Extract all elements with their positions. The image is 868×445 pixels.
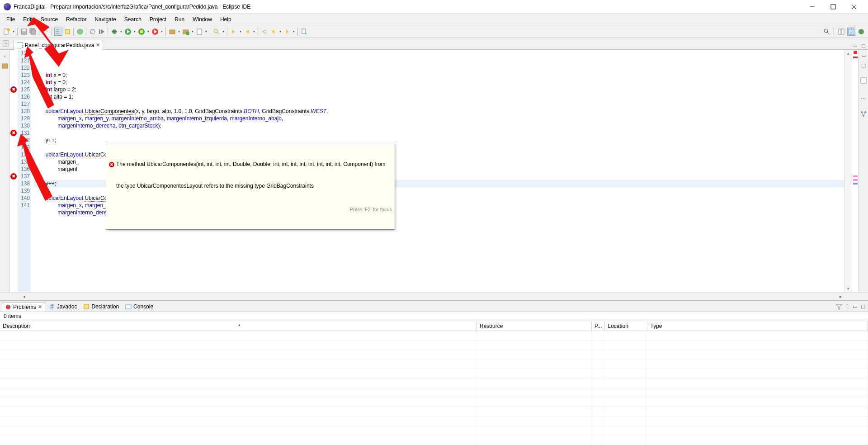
source-dropdown[interactable]: ▾ <box>204 28 208 36</box>
menu-project[interactable]: Project <box>146 14 170 24</box>
tab-console[interactable]: Console <box>123 302 156 311</box>
prev-annotation-button[interactable] <box>243 28 251 36</box>
debug-button[interactable] <box>110 28 118 36</box>
save-button[interactable] <box>20 28 28 36</box>
column-path[interactable]: P... <box>592 321 605 331</box>
code-line[interactable]: ubicarEnLayout.UbicarComponentes(x, y, l… <box>33 108 852 115</box>
save-all-button[interactable] <box>29 28 37 36</box>
code-line[interactable]: y++; <box>33 137 852 144</box>
view-menu-button[interactable]: ⋮ <box>844 303 850 310</box>
table-row[interactable] <box>0 369 868 379</box>
menu-window[interactable]: Window <box>189 14 216 24</box>
table-row[interactable] <box>0 398 868 407</box>
search-dropdown[interactable]: ▾ <box>222 28 225 36</box>
quick-access-button[interactable] <box>823 28 831 36</box>
code-line[interactable] <box>33 100 852 108</box>
outline-view-icon[interactable] <box>860 77 867 84</box>
debug-perspective-button[interactable] <box>857 28 865 36</box>
class-dropdown[interactable]: ▾ <box>191 28 194 36</box>
scroll-up-button[interactable]: ▴ <box>845 50 852 57</box>
run-button[interactable] <box>124 28 132 36</box>
table-row[interactable] <box>0 388 868 398</box>
back-button[interactable] <box>269 28 278 36</box>
menu-file[interactable]: File <box>3 14 19 24</box>
overview-mark[interactable] <box>853 175 858 177</box>
editor-maximize-button[interactable]: ▢ <box>860 42 866 48</box>
menu-search[interactable]: Search <box>121 14 145 24</box>
problems-body[interactable] <box>0 331 868 445</box>
menu-refactor[interactable]: Refactor <box>62 14 90 24</box>
minimize-button[interactable] <box>802 0 823 14</box>
tab-javadoc[interactable]: @ Javadoc <box>46 302 80 311</box>
close-tab-icon[interactable]: ✕ <box>96 42 100 48</box>
code-line[interactable]: int y = 0; <box>33 79 852 86</box>
error-marker-icon[interactable]: ✖ <box>10 86 17 93</box>
error-marker-icon[interactable]: ✖ <box>10 130 17 136</box>
new-package-button[interactable] <box>168 28 176 36</box>
scroll-down-button[interactable]: ▾ <box>845 285 852 292</box>
scroll-left-button[interactable]: ◂ <box>20 293 28 300</box>
code-line[interactable]: margen_x, margen_y, margenInterno_arriba… <box>33 115 852 122</box>
code-line[interactable]: int largo = 2; <box>33 86 852 93</box>
new-class-button[interactable] <box>182 28 190 36</box>
forward-button[interactable] <box>283 28 291 36</box>
table-row[interactable] <box>0 436 868 445</box>
back-dropdown[interactable]: ▾ <box>278 28 282 36</box>
skip-all-breakpoints[interactable] <box>89 28 97 36</box>
prev-dropdown[interactable]: ▾ <box>252 28 256 36</box>
overview-mark[interactable] <box>853 57 858 58</box>
code-lines[interactable]: int x = 0; int y = 0; int largo = 2; int… <box>31 50 852 292</box>
editor-pane[interactable]: ✖✖✖ 120121122123124125126127128129130131… <box>10 50 858 292</box>
marker-column[interactable]: ✖✖✖ <box>10 50 18 292</box>
code-line[interactable]: margenInterno_derecha, btn_cargarStock); <box>33 122 852 129</box>
overview-mark[interactable] <box>853 183 858 185</box>
column-location[interactable]: Location <box>605 321 647 331</box>
editor-tab[interactable]: Panel_configurarPedido.java ✕ <box>14 40 103 50</box>
undo-button[interactable] <box>42 28 50 36</box>
filter-button[interactable] <box>835 303 842 310</box>
table-row[interactable] <box>0 360 868 369</box>
restore-package-explorer[interactable]: ▫ <box>1 52 9 60</box>
error-marker-icon[interactable]: ✖ <box>10 173 17 180</box>
overview-ruler[interactable] <box>852 50 858 292</box>
restore-left-panel[interactable]: ▫ <box>3 40 9 47</box>
table-row[interactable] <box>0 426 868 436</box>
column-description[interactable]: Description ▴ <box>0 321 477 331</box>
new-dropdown[interactable]: ▾ <box>12 28 15 36</box>
open-perspective-button[interactable] <box>837 28 845 36</box>
resume-button[interactable] <box>98 28 106 36</box>
menu-help[interactable]: Help <box>217 14 235 24</box>
tab-problems[interactable]: ! Problems ✕ <box>2 303 45 312</box>
menu-source[interactable]: Source <box>37 14 61 24</box>
restore-right-panel[interactable]: ▭ <box>860 52 867 59</box>
code-line[interactable]: int alto = 1; <box>33 93 852 100</box>
toggle-breadcrumb-button[interactable] <box>54 28 62 36</box>
new-source-button[interactable] <box>195 28 203 36</box>
external-tools-button[interactable] <box>151 28 159 36</box>
restore-right-panel-2[interactable]: ▢ <box>860 62 867 69</box>
debug-dropdown[interactable]: ▾ <box>119 28 123 36</box>
menu-navigate[interactable]: Navigate <box>91 14 119 24</box>
new-button[interactable] <box>3 28 11 36</box>
table-row[interactable] <box>0 417 868 426</box>
open-type-button[interactable] <box>76 28 84 36</box>
column-type[interactable]: Type <box>647 321 868 331</box>
editor-minimize-button[interactable]: ▭ <box>852 42 858 48</box>
close-button[interactable] <box>844 0 864 14</box>
forward-dropdown[interactable]: ▾ <box>292 28 296 36</box>
table-row[interactable] <box>0 350 868 360</box>
next-annotation-button[interactable] <box>230 28 238 36</box>
table-row[interactable] <box>0 379 868 388</box>
maximize-button[interactable] <box>823 0 844 14</box>
toggle-mark-button[interactable] <box>63 28 71 36</box>
table-row[interactable] <box>0 407 868 417</box>
package-dropdown[interactable]: ▾ <box>177 28 181 36</box>
close-icon[interactable]: ✕ <box>38 304 42 310</box>
vertical-scrollbar[interactable]: ▴ ▾ <box>844 50 852 292</box>
coverage-dropdown[interactable]: ▾ <box>146 28 150 36</box>
overview-mark[interactable] <box>853 179 858 181</box>
tab-declaration[interactable]: Declaration <box>80 302 122 311</box>
pinned-button[interactable] <box>300 28 308 36</box>
tasks-view-icon[interactable]: ⋯ <box>860 95 867 102</box>
horizontal-scrollbar[interactable]: ◂ ▸ <box>0 292 868 300</box>
